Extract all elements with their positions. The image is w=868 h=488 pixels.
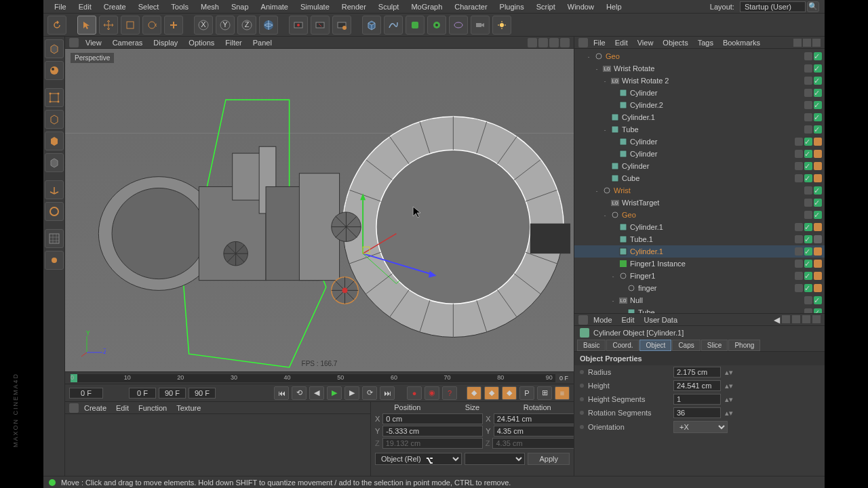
generator-button[interactable]	[406, 16, 425, 35]
z-axis-lock[interactable]: Z	[237, 16, 256, 35]
visibility-tag[interactable]	[795, 260, 803, 268]
mat-menu-function[interactable]: Function	[134, 403, 171, 413]
obj-menu-bookmarks[interactable]: Bookmarks	[719, 37, 764, 48]
enable-tag[interactable]: ✓	[804, 223, 812, 231]
record-button[interactable]: ●	[407, 386, 422, 400]
menu-edit[interactable]: Edit	[73, 1, 97, 12]
obj-menu-edit[interactable]: Edit	[611, 37, 632, 48]
tree-toggle[interactable]: -	[610, 272, 616, 279]
tree-toggle[interactable]: -	[610, 297, 616, 304]
coord-system[interactable]	[259, 16, 278, 35]
attr-spinner[interactable]: ▴▾	[725, 395, 733, 404]
attr-tab-phong[interactable]: Phong	[728, 340, 760, 351]
tree-row[interactable]: Cylinder.1✓	[574, 111, 825, 123]
mat-menu-texture[interactable]: Texture	[172, 403, 205, 413]
render-settings[interactable]	[332, 16, 351, 35]
vp-rotate-icon[interactable]	[549, 38, 559, 47]
undo-button[interactable]	[47, 16, 66, 35]
model-mode[interactable]	[45, 39, 64, 58]
environment-button[interactable]	[449, 16, 468, 35]
attr-orient-select[interactable]: +X	[673, 421, 728, 433]
enable-tag[interactable]: ✓	[804, 162, 812, 170]
tree-row[interactable]: Cylinder✓	[574, 136, 825, 148]
menu-window[interactable]: Window	[562, 1, 599, 12]
vp-menu-cameras[interactable]: Cameras	[108, 37, 147, 48]
visibility-tag[interactable]	[804, 64, 812, 73]
coord-y-pos[interactable]	[382, 426, 483, 436]
obj-view-icon[interactable]	[803, 39, 811, 47]
key-anim-button[interactable]: ≡	[555, 386, 570, 400]
tree-toggle[interactable]: -	[601, 126, 608, 133]
attr-spinner[interactable]: ▴▾	[725, 382, 733, 390]
obj-menu-file[interactable]: File	[589, 37, 610, 48]
attr-tab-coord[interactable]: Coord.	[606, 340, 639, 351]
obj-menu-tags[interactable]: Tags	[694, 37, 717, 48]
tree-row[interactable]: L0WristTarget✓	[574, 197, 825, 209]
key-scale-button[interactable]: ◆	[484, 386, 499, 400]
enable-tag[interactable]: ✓	[814, 199, 822, 207]
deformer-button[interactable]	[427, 16, 446, 35]
visibility-tag[interactable]	[804, 89, 812, 97]
enable-tag[interactable]: ✓	[814, 113, 822, 121]
tree-toggle[interactable]	[601, 175, 608, 182]
object-tree[interactable]: -Geo✓-L0Wrist Rotate✓-L0Wrist Rotate 2✓C…	[574, 49, 825, 313]
enable-tag[interactable]: ✓	[804, 150, 812, 158]
timeline[interactable]: 0 10 20 30 40 50 60 70 80 90 0 F	[65, 371, 574, 384]
tree-row[interactable]: -Tube✓	[574, 123, 825, 136]
tree-toggle[interactable]	[601, 163, 608, 169]
enable-tag[interactable]: ✓	[814, 186, 822, 195]
menu-simulate[interactable]: Simulate	[295, 1, 335, 12]
attr-new-icon[interactable]	[812, 315, 821, 323]
visibility-tag[interactable]	[804, 308, 812, 313]
attr-search-icon[interactable]	[792, 315, 800, 323]
scale-tool[interactable]	[121, 16, 140, 35]
coord-apply-button[interactable]: Apply	[528, 453, 570, 465]
visibility-tag[interactable]	[795, 223, 803, 231]
tree-toggle[interactable]	[601, 199, 608, 206]
enable-tag[interactable]: ✓	[804, 138, 812, 146]
tree-row[interactable]: Cylinder.2✓	[574, 99, 825, 111]
obj-search-icon[interactable]	[793, 39, 802, 47]
enable-tag[interactable]: ✓	[804, 272, 812, 280]
coord-z-pos[interactable]	[382, 438, 483, 449]
rotate-tool[interactable]	[142, 16, 161, 35]
visibility-tag[interactable]	[804, 296, 812, 304]
play-button[interactable]: ▶	[327, 386, 342, 400]
enable-tag[interactable]: ✓	[804, 174, 812, 182]
menu-snap[interactable]: Snap	[226, 1, 254, 12]
tree-toggle[interactable]	[610, 150, 616, 157]
next-frame-button[interactable]: ▶	[344, 386, 359, 400]
tree-toggle[interactable]: -	[601, 77, 608, 84]
key-rot-button[interactable]: ◆	[502, 386, 517, 400]
coord-size-select[interactable]	[465, 453, 525, 465]
enable-tag[interactable]: ✓	[814, 89, 822, 97]
goto-start-button[interactable]: ⏮	[274, 386, 289, 400]
attr-up-icon[interactable]	[782, 315, 790, 323]
enable-tag[interactable]: ✓	[804, 247, 812, 256]
tree-row[interactable]: Cylinder✓	[574, 160, 825, 172]
visibility-tag[interactable]	[804, 186, 812, 195]
enable-tag[interactable]: ✓	[814, 101, 822, 109]
visibility-tag[interactable]	[804, 113, 812, 121]
obj-menu-view[interactable]: View	[633, 37, 658, 48]
phong-tag[interactable]	[814, 174, 822, 182]
attr-menu-edit[interactable]: Edit	[618, 314, 639, 325]
visibility-tag[interactable]	[795, 150, 803, 158]
tree-row[interactable]: -Geo✓	[574, 50, 825, 62]
texture-mode[interactable]	[45, 61, 64, 80]
select-tool[interactable]	[77, 16, 96, 35]
coord-x-pos[interactable]	[382, 413, 483, 424]
viewport-3d[interactable]: Perspective	[65, 49, 574, 371]
vp-maximize-icon[interactable]	[560, 38, 570, 47]
tree-toggle[interactable]: -	[601, 211, 608, 218]
enable-tag[interactable]: ✓	[814, 77, 822, 85]
visibility-tag[interactable]	[804, 211, 812, 219]
attr-tab-slice[interactable]: Slice	[701, 340, 728, 351]
vp-pan-icon[interactable]	[528, 38, 537, 47]
enable-tag[interactable]: ✓	[814, 308, 822, 313]
tree-toggle[interactable]	[601, 114, 608, 121]
visibility-tag[interactable]	[804, 77, 812, 85]
attr-tab-caps[interactable]: Caps	[672, 340, 700, 351]
vp-zoom-icon[interactable]	[538, 38, 548, 47]
phong-tag[interactable]	[814, 138, 822, 146]
